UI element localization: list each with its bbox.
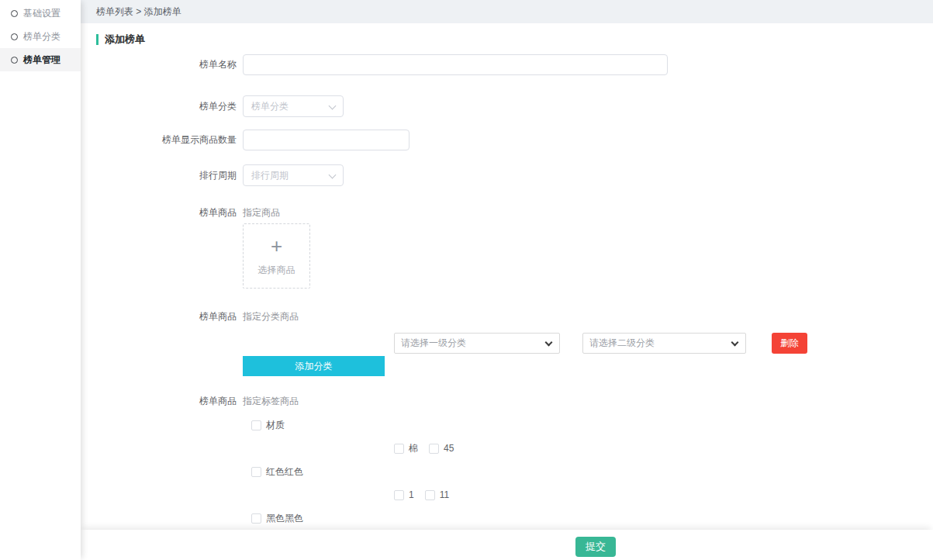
circle-icon (11, 57, 18, 64)
delete-button[interactable]: 删除 (772, 333, 807, 354)
page-title-row: 添加榜单 (96, 33, 933, 47)
plus-icon: + (271, 236, 282, 256)
footer-bar: 提交 (81, 530, 933, 560)
sidebar-item-label: 基础设置 (23, 7, 60, 20)
chevron-down-icon (329, 171, 337, 179)
name-input[interactable] (243, 54, 668, 75)
rank-period-label: 排行周期 (81, 169, 237, 182)
sidebar: 基础设置 榜单分类 榜单管理 (0, 0, 81, 560)
tag-parent-label: 红色红色 (266, 465, 303, 479)
checkbox[interactable] (429, 444, 439, 454)
form-row-goods-category: 榜单商品 指定分类商品 请选择一级分类 请选择二级分类 删除 添加分类 (81, 310, 933, 376)
select-goods-picker[interactable]: + 选择商品 (243, 223, 310, 289)
tag-children-row: 1 11 (394, 489, 933, 501)
form-content: 添加榜单 榜单名称 榜单分类 榜单分类 榜单显示商品数量 (81, 23, 933, 530)
sidebar-item-rank-management[interactable]: 榜单管理 (0, 48, 81, 71)
tag-parent-row: 红色红色 (251, 465, 933, 478)
goods-fixed-sublabel: 指定商品 (243, 206, 933, 219)
select-goods-text: 选择商品 (258, 264, 295, 277)
tag-groups: 材质 棉 45 (243, 419, 933, 530)
checkbox[interactable] (251, 467, 261, 477)
display-count-input[interactable] (243, 130, 409, 150)
tag-children-row: 棉 45 (394, 442, 933, 455)
submit-button[interactable]: 提交 (575, 537, 616, 557)
form-row-name: 榜单名称 (81, 54, 933, 75)
form-row-display-count: 榜单显示商品数量 (81, 130, 933, 150)
checkbox[interactable] (251, 513, 261, 524)
rank-period-select-placeholder: 排行周期 (251, 169, 289, 182)
main-area: 榜单列表 > 添加榜单 添加榜单 榜单名称 榜单分类 榜单分类 (81, 0, 933, 560)
tag-parent-row: 黑色黑色 (251, 512, 933, 524)
second-level-placeholder: 请选择二级分类 (589, 337, 655, 350)
tag-parent-label: 黑色黑色 (266, 512, 303, 525)
tag-parent-row: 材质 (251, 419, 933, 431)
sidebar-item-rank-category[interactable]: 榜单分类 (0, 25, 81, 48)
add-category-button[interactable]: 添加分类 (243, 356, 385, 376)
goods-fixed-label: 榜单商品 (81, 206, 237, 220)
chevron-down-icon (731, 339, 739, 347)
tag-child-label: 45 (444, 443, 454, 454)
checkbox[interactable] (425, 490, 435, 500)
goods-category-label: 榜单商品 (81, 310, 237, 323)
rank-period-select[interactable]: 排行周期 (243, 164, 344, 186)
first-level-placeholder: 请选择一级分类 (401, 337, 466, 350)
tag-child-label: 棉 (409, 442, 418, 455)
second-level-category-select[interactable]: 请选择二级分类 (582, 333, 746, 354)
tag-child-label: 1 (409, 489, 414, 500)
name-label: 榜单名称 (81, 58, 237, 71)
goods-category-sublabel: 指定分类商品 (243, 310, 933, 323)
sidebar-item-basic-settings[interactable]: 基础设置 (0, 2, 81, 25)
tag-child-label: 11 (440, 489, 449, 500)
sidebar-item-label: 榜单管理 (23, 54, 60, 67)
chevron-down-icon (545, 339, 553, 347)
category-label: 榜单分类 (81, 100, 237, 113)
checkbox[interactable] (394, 490, 404, 500)
category-select-placeholder: 榜单分类 (251, 100, 289, 113)
page-title: 添加榜单 (105, 33, 145, 47)
first-level-category-select[interactable]: 请选择一级分类 (394, 333, 560, 354)
form-row-category: 榜单分类 榜单分类 (81, 95, 933, 117)
breadcrumb-text[interactable]: 榜单列表 > 添加榜单 (96, 5, 181, 19)
form-row-goods-fixed: 榜单商品 指定商品 + 选择商品 (81, 206, 933, 289)
title-accent-bar (96, 34, 98, 45)
chevron-down-icon (329, 102, 337, 110)
category-selects-row: 请选择一级分类 请选择二级分类 删除 (243, 333, 933, 354)
goods-tag-sublabel: 指定标签商品 (243, 395, 933, 407)
breadcrumb: 榜单列表 > 添加榜单 (81, 0, 933, 23)
display-count-label: 榜单显示商品数量 (81, 133, 237, 147)
sidebar-item-label: 榜单分类 (23, 30, 60, 43)
checkbox[interactable] (251, 420, 261, 430)
circle-icon (11, 10, 18, 17)
form-row-goods-tag: 榜单商品 指定标签商品 材质 棉 (81, 395, 933, 530)
tag-parent-label: 材质 (266, 419, 285, 432)
goods-tag-label: 榜单商品 (81, 395, 237, 408)
category-select[interactable]: 榜单分类 (243, 95, 344, 117)
circle-icon (11, 33, 18, 40)
form-row-rank-period: 排行周期 排行周期 (81, 164, 933, 186)
checkbox[interactable] (394, 444, 404, 454)
